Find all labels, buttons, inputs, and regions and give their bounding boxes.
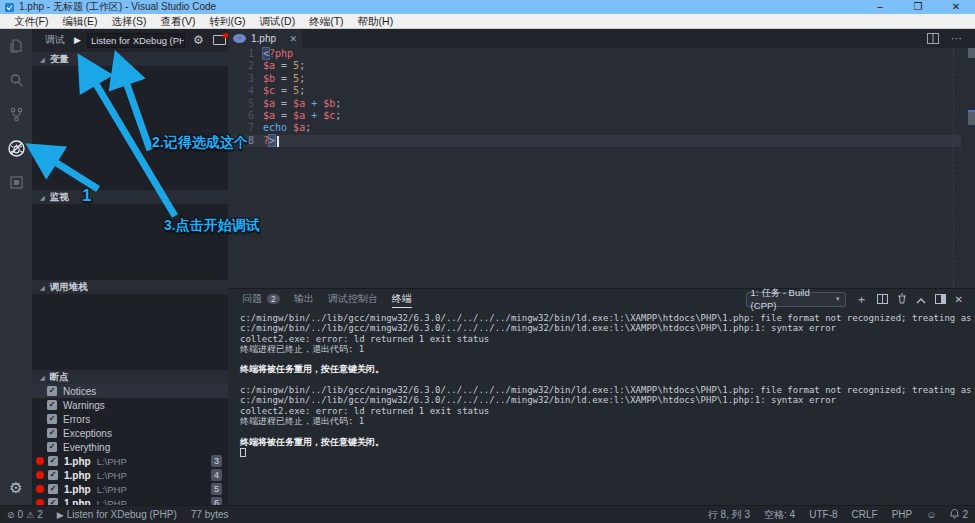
variables-section-header[interactable]: ◢ 变量 xyxy=(32,52,228,66)
breakpoint-toggle-row[interactable]: ✓Notices xyxy=(32,384,228,398)
checkbox-checked-icon[interactable]: ✓ xyxy=(48,470,58,480)
panel-tab-2[interactable]: 调试控制台 xyxy=(328,289,378,309)
code-text: <?php xyxy=(263,48,293,60)
breakpoint-toggle-row[interactable]: ✓Errors xyxy=(32,412,228,426)
checkbox-checked-icon[interactable]: ✓ xyxy=(47,386,57,396)
checkbox-checked-icon[interactable]: ✓ xyxy=(47,414,57,424)
panel-tab-0[interactable]: 问题2 xyxy=(242,289,280,309)
code-line[interactable]: 4$c = 5; xyxy=(228,85,961,97)
code-line[interactable]: 1<?php xyxy=(228,48,961,60)
file-size-status: 77 bytes xyxy=(184,509,236,520)
search-icon[interactable] xyxy=(0,63,32,97)
encoding-status[interactable]: UTF-8 xyxy=(802,509,844,520)
editor-ruler xyxy=(953,48,954,288)
breakpoint-file-row[interactable]: ✓1.phpL:\PHP4 xyxy=(32,468,228,482)
language-mode-status[interactable]: PHP xyxy=(885,509,920,520)
menu-item-1[interactable]: 编辑(E) xyxy=(55,14,104,29)
checkbox-checked-icon[interactable]: ✓ xyxy=(48,498,58,505)
breakpoint-toggle-label: Everything xyxy=(63,442,110,453)
line-number: 5 xyxy=(228,98,254,110)
title-bar: 1.php - 无标题 (工作区) - Visual Studio Code –… xyxy=(0,0,975,14)
scrollbar-mark[interactable] xyxy=(968,112,975,125)
more-actions-icon[interactable]: ⋯ xyxy=(951,32,963,45)
code-line[interactable]: 2$a = 5; xyxy=(228,60,961,72)
panel-tab-3[interactable]: 终端 xyxy=(392,289,412,309)
watch-section-header[interactable]: ◢ 监视 xyxy=(32,190,228,204)
close-panel-icon[interactable]: ✕ xyxy=(955,294,963,305)
code-line[interactable]: 7echo $a; xyxy=(228,122,961,134)
source-control-icon[interactable] xyxy=(0,97,32,131)
problems-status[interactable]: ⊘ 0 ⚠ 2 xyxy=(0,509,50,520)
terminal-line: 终端将被任务重用，按任意键关闭。 xyxy=(240,437,970,447)
close-button[interactable]: ✕ xyxy=(937,0,975,14)
checkbox-checked-icon[interactable]: ✓ xyxy=(47,428,57,438)
breakpoint-file-row[interactable]: ✓1.phpL:\PHP6 xyxy=(32,496,228,505)
breakpoint-line-badge: 3 xyxy=(211,455,222,467)
maximize-panel-chevron-icon[interactable] xyxy=(916,290,926,308)
bottom-panel: 问题2输出调试控制台终端 1: 任务 - Build (CPP) ▼ ＋ ✕ xyxy=(228,288,975,505)
panel-tab-1[interactable]: 输出 xyxy=(294,289,314,309)
scrollbar-mark[interactable] xyxy=(968,48,975,58)
code-line[interactable]: 3$b = 5; xyxy=(228,73,961,85)
menu-item-4[interactable]: 转到(G) xyxy=(202,14,252,29)
explorer-icon[interactable] xyxy=(0,29,32,63)
breakpoint-file-row[interactable]: ✓1.phpL:\PHP3 xyxy=(32,454,228,468)
breakpoint-toggle-row[interactable]: ✓Exceptions xyxy=(32,426,228,440)
vscode-logo-icon xyxy=(5,3,14,12)
code-text: ?> xyxy=(263,135,275,147)
code-area[interactable]: 1<?php2$a = 5;3$b = 5;4$c = 5;5$a = $a +… xyxy=(228,48,975,288)
terminal-line: 终端进程已终止，退出代码: 1 xyxy=(240,344,970,354)
checkbox-checked-icon[interactable]: ✓ xyxy=(48,456,58,466)
menu-item-5[interactable]: 调试(D) xyxy=(253,14,303,29)
checkbox-checked-icon[interactable]: ✓ xyxy=(48,484,58,494)
debug-toolbar: 调试 ▶ Listen for XDebug (PHI ▼ ⚙ xyxy=(32,29,228,51)
terminal-output[interactable]: c:/mingw/bin/../lib/gcc/mingw32/6.3.0/..… xyxy=(240,313,970,503)
panel-tab-label: 问题 xyxy=(242,289,262,309)
split-editor-icon[interactable] xyxy=(927,30,939,48)
tab-close-icon[interactable]: ✕ xyxy=(289,34,297,44)
debug-status[interactable]: ▶ Listen for XDebug (PHP) xyxy=(50,509,184,520)
menu-item-2[interactable]: 选择(S) xyxy=(104,14,153,29)
menu-item-7[interactable]: 帮助(H) xyxy=(351,14,401,29)
minimize-button[interactable]: – xyxy=(861,0,899,14)
breakpoint-file-name: 1.php xyxy=(64,456,91,467)
notifications-bell[interactable]: 2 xyxy=(943,509,975,521)
menu-item-6[interactable]: 终端(T) xyxy=(302,14,350,29)
debug-console-icon[interactable] xyxy=(213,35,226,45)
indentation-status[interactable]: 空格: 4 xyxy=(757,508,802,522)
breakpoint-toggle-row[interactable]: ✓Everything xyxy=(32,440,228,454)
menu-item-3[interactable]: 查看(V) xyxy=(153,14,202,29)
split-terminal-icon[interactable] xyxy=(877,290,888,308)
code-line[interactable]: 8?> xyxy=(228,135,961,147)
feedback-smiley-icon[interactable]: ☺ xyxy=(919,509,943,520)
debug-icon[interactable] xyxy=(0,131,32,165)
breakpoint-toggle-label: Exceptions xyxy=(63,428,112,439)
tab-1php[interactable]: ◦◦ 1.php ✕ xyxy=(228,29,302,48)
editor-tab-bar: ◦◦ 1.php ✕ ⋯ xyxy=(228,29,975,48)
breakpoint-dot-icon xyxy=(36,457,44,465)
call-stack-section-header[interactable]: ◢ 调用堆栈 xyxy=(32,280,228,294)
kill-terminal-trash-icon[interactable] xyxy=(897,290,907,308)
task-dropdown[interactable]: 1: 任务 - Build (CPP) ▼ xyxy=(746,292,846,307)
breakpoint-file-row[interactable]: ✓1.phpL:\PHP5 xyxy=(32,482,228,496)
breakpoints-section-header[interactable]: ◢ 断点 xyxy=(32,370,228,384)
checkbox-checked-icon[interactable]: ✓ xyxy=(47,400,57,410)
chevron-down-icon: ▼ xyxy=(835,296,841,302)
new-terminal-icon[interactable]: ＋ xyxy=(856,291,868,308)
checkbox-checked-icon[interactable]: ✓ xyxy=(47,442,57,452)
eol-status[interactable]: CRLF xyxy=(845,509,885,520)
problems-count-badge: 2 xyxy=(267,294,280,304)
debug-start-button[interactable]: ▶ xyxy=(74,35,81,45)
code-line[interactable]: 5$a = $a + $b; xyxy=(228,98,961,110)
debug-settings-gear-icon[interactable]: ⚙ xyxy=(193,33,204,47)
cursor-position-status[interactable]: 行 8, 列 3 xyxy=(701,508,757,522)
code-line[interactable]: 6$a = $a + $c; xyxy=(228,110,961,122)
maximize-button[interactable]: ❐ xyxy=(899,0,937,14)
settings-gear-icon[interactable]: ⚙ xyxy=(0,479,32,497)
debug-config-dropdown[interactable]: Listen for XDebug (PHI ▼ xyxy=(87,33,185,48)
menu-item-0[interactable]: 文件(F) xyxy=(7,14,55,29)
breakpoint-toggle-row[interactable]: ✓Warnings xyxy=(32,398,228,412)
extensions-icon[interactable] xyxy=(0,165,32,199)
play-icon: ▶ xyxy=(57,510,64,520)
toggle-panel-layout-icon[interactable] xyxy=(935,290,946,308)
